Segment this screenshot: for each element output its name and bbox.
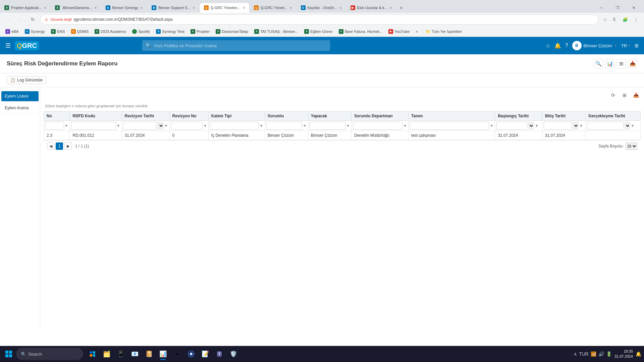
- th-kalem-tipi[interactable]: Kalem Tipi: [208, 112, 265, 121]
- sidebar-item-eylem-listesi[interactable]: Eylem Listesi: [1, 91, 39, 102]
- bookmark-spotify[interactable]: ♪ Spotify: [129, 28, 153, 35]
- bookmark-more[interactable]: »: [413, 28, 420, 35]
- taskbar-app-phone[interactable]: 📱: [114, 347, 127, 361]
- bookmark-youtube[interactable]: ▶ YouTube: [386, 28, 412, 35]
- filter-funnel-tanim[interactable]: ▼: [490, 124, 493, 128]
- taskbar-app-teams[interactable]: T: [213, 347, 226, 361]
- table-columns-icon[interactable]: ⊞: [620, 90, 629, 100]
- filter-funnel-rev-tarihi[interactable]: ▼: [164, 124, 168, 128]
- bookmark-egitim[interactable]: X Eğitim Görev: [302, 28, 335, 35]
- tab-support[interactable]: B Bimser Support S... ✕: [147, 3, 199, 13]
- taskbar-app-file[interactable]: 🗂️: [100, 347, 113, 361]
- grid-icon-btn[interactable]: ⊞: [616, 59, 626, 68]
- filter-input-bas[interactable]: [496, 122, 527, 130]
- log-view-button[interactable]: 📋 Log Görüntüle: [7, 76, 46, 84]
- global-search-input[interactable]: [142, 40, 330, 51]
- extensions-icon[interactable]: 🧩: [621, 15, 629, 23]
- filter-input-ger[interactable]: [587, 122, 623, 130]
- bookmark-synergy-test[interactable]: S Synergy Test: [153, 28, 187, 35]
- battery-icon[interactable]: 🔋: [606, 351, 612, 357]
- notification-bell-icon[interactable]: 🔔: [636, 351, 641, 357]
- th-gerceklestirme-tarihi[interactable]: Gerçekleşme Tarihi: [586, 112, 641, 121]
- speaker-icon[interactable]: 🔊: [598, 351, 604, 357]
- tab-synergy[interactable]: S Bimser Synergy ✕: [101, 3, 148, 13]
- th-tanim[interactable]: Tanım: [409, 112, 495, 121]
- table-refresh-icon[interactable]: ⟳: [608, 90, 618, 100]
- language-icon[interactable]: TUR: [579, 351, 589, 357]
- taskbar-app-outlook[interactable]: 📧: [128, 347, 142, 361]
- taskbar-app-defender[interactable]: 🛡️: [227, 347, 240, 361]
- th-sorumlu-departman[interactable]: Sorumlu Departman: [351, 112, 408, 121]
- filter-funnel-no[interactable]: ▼: [65, 124, 68, 128]
- th-yapacak[interactable]: Yapacak: [308, 112, 351, 121]
- taskbar-app-taskbar1[interactable]: ▪️: [170, 347, 184, 361]
- bookmark-ens[interactable]: E ENS: [48, 28, 68, 35]
- table-row[interactable]: 2.3 RD.001.012 31.07.2024 0 İç Denetim P…: [44, 131, 641, 140]
- start-button[interactable]: [3, 348, 15, 360]
- filter-funnel-bas[interactable]: ▼: [535, 124, 538, 128]
- filter-funnel-rdfd[interactable]: ▼: [117, 124, 120, 128]
- th-bitis-tarihi[interactable]: Bitiş Tarihi: [542, 112, 585, 121]
- bookmark-synergy[interactable]: S Synergy: [22, 28, 48, 35]
- filter-input-no[interactable]: [45, 122, 64, 130]
- filter-select-bas[interactable]: [528, 122, 534, 130]
- bookmark-academy[interactable]: X 2023 Academy: [92, 28, 129, 35]
- bookmark-tai[interactable]: X TAİ TUSAŞ - Bimser...: [252, 28, 301, 35]
- notification-icon[interactable]: 🔔: [554, 43, 561, 49]
- filter-input-sorumlu[interactable]: [266, 122, 302, 130]
- filter-input-rdfd[interactable]: [71, 122, 116, 130]
- minimize-button[interactable]: ─: [594, 3, 609, 13]
- filter-funnel-bitis[interactable]: ▼: [579, 124, 583, 128]
- export-icon-btn[interactable]: 📥: [628, 59, 637, 68]
- reload-button[interactable]: ↻: [28, 15, 38, 24]
- filter-input-rev-no[interactable]: [171, 122, 203, 130]
- tab-projeler[interactable]: X Projeler Applicati... ✕: [0, 3, 51, 13]
- tab-qgrc-2[interactable]: Q Q-GRC Yöneti... ✕: [250, 3, 297, 13]
- filter-select-bitis[interactable]: [573, 122, 579, 130]
- filter-select-rev-tarihi[interactable]: [157, 122, 164, 130]
- filter-funnel-dep[interactable]: ▼: [403, 124, 407, 128]
- filter-funnel-sorumlu[interactable]: ▼: [303, 124, 307, 128]
- th-revizyon-tarihi[interactable]: Revizyon Tarihi: [122, 112, 169, 121]
- filter-funnel-rev-no[interactable]: ▼: [203, 124, 207, 128]
- taskbar-clock[interactable]: 18:35 31.07.2024: [614, 349, 633, 359]
- star-icon[interactable]: ☆: [546, 43, 550, 49]
- taskbar-app-widget[interactable]: [86, 347, 99, 361]
- back-button[interactable]: ←: [4, 15, 13, 24]
- filter-input-rev-tarihi[interactable]: [123, 122, 156, 130]
- filter-funnel-ger[interactable]: ▼: [631, 124, 635, 128]
- close-button[interactable]: ✕: [626, 3, 641, 13]
- profile-icon[interactable]: E: [610, 15, 619, 23]
- th-baslangic-tarihi[interactable]: Başlangıç Tarihi: [495, 112, 542, 121]
- user-menu[interactable]: B Bimser Çözüm ▼: [572, 41, 617, 50]
- language-selector[interactable]: TR ▼: [621, 43, 631, 48]
- filter-input-kalem[interactable]: [210, 122, 259, 130]
- filter-input-tanim[interactable]: [410, 122, 489, 130]
- tab-bimser[interactable]: X -BimserDanisma... ✕: [51, 3, 101, 13]
- hamburger-menu-icon[interactable]: ☰: [5, 42, 11, 49]
- taskbar-search[interactable]: 🔍 Search: [16, 348, 83, 360]
- bookmark-all[interactable]: 📁 Tüm Yer İşaretleri: [423, 28, 465, 35]
- search-icon-btn[interactable]: 🔍: [594, 59, 603, 68]
- taskbar-app-word[interactable]: 📝: [199, 347, 212, 361]
- filter-select-ger[interactable]: [624, 122, 630, 130]
- sidebar-item-eylem-arama[interactable]: Eylem Arama: [0, 102, 40, 114]
- tab-kayitlar[interactable]: O Kayıtlar - OneDr... ✕: [297, 3, 346, 13]
- bookmark-qdms[interactable]: Q QDMS: [68, 28, 92, 35]
- bookmark-star-icon[interactable]: ☆: [601, 15, 609, 23]
- th-revizyon-no[interactable]: Revizyon No: [169, 112, 208, 121]
- restore-button[interactable]: ❐: [610, 3, 625, 13]
- page-next-button[interactable]: ▶: [64, 142, 72, 150]
- bookmark-ilave[interactable]: X İlave Fatura. Hizmet...: [336, 28, 385, 35]
- th-no[interactable]: No: [44, 112, 70, 121]
- page-first-button[interactable]: ◀: [47, 142, 54, 150]
- filter-input-dep[interactable]: [353, 122, 402, 130]
- th-sorumlu[interactable]: Sorumlu: [265, 112, 308, 121]
- filter-input-yapacak[interactable]: [310, 122, 345, 130]
- forward-button[interactable]: →: [16, 15, 25, 24]
- bookmark-eba[interactable]: e eBA: [3, 28, 21, 35]
- filter-funnel-yapacak[interactable]: ▼: [346, 124, 350, 128]
- taskbar-app-onenote[interactable]: 📔: [142, 347, 156, 361]
- filter-funnel-kalem[interactable]: ▼: [260, 124, 263, 128]
- page-size-select[interactable]: 15 25 50: [626, 142, 637, 150]
